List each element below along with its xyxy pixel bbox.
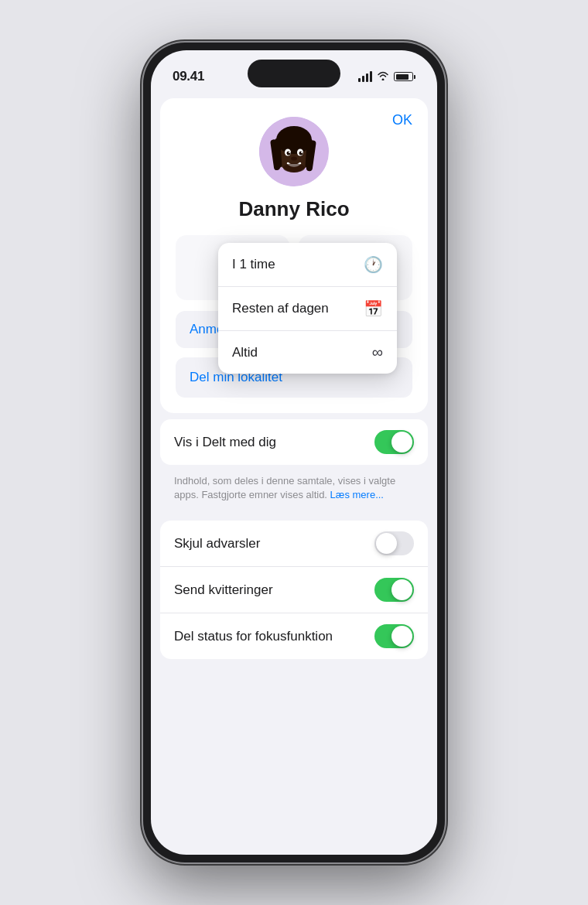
duration-dropdown: I 1 time 🕐 Resten af dagen 📅 Altid ∞ [218,243,397,374]
hide-alerts-row: Skjul advarsler [160,521,428,567]
dropdown-icon-clock: 🕐 [364,255,383,274]
action-row: ring I 1 time 🕐 Resten af dagen 📅 [176,235,412,300]
toggle-knob-4 [391,626,412,647]
dropdown-item-1hour[interactable]: I 1 time 🕐 [218,243,397,287]
signal-icon [358,71,372,82]
status-icons [358,70,415,83]
phone-frame: 09.41 [143,43,445,862]
send-receipts-toggle[interactable] [374,578,414,602]
shared-with-you-row: Vis i Delt med dig [160,419,428,465]
dropdown-label-1hour: I 1 time [232,257,275,272]
svg-point-12 [301,152,303,153]
svg-point-13 [291,157,297,161]
svg-point-9 [287,152,291,155]
description-text: Indhold, som deles i denne samtale, vise… [160,468,428,513]
send-receipts-label: Send kvitteringer [174,582,273,598]
hide-alerts-label: Skjul advarsler [174,536,261,552]
share-focus-label: Del status for fokusfunktion [174,629,333,644]
contact-name: Danny Rico [176,197,412,221]
dropdown-label-today: Resten af dagen [232,301,329,316]
dropdown-item-today[interactable]: Resten af dagen 📅 [218,287,397,331]
screen: 09.41 [151,50,437,855]
share-focus-toggle[interactable] [374,624,414,648]
wifi-icon [377,70,389,83]
share-focus-row: Del status for fokusfunktion [160,613,428,659]
avatar [259,117,329,186]
learn-more-link[interactable]: Læs mere... [330,489,384,500]
send-receipts-row: Send kvitteringer [160,567,428,613]
dropdown-icon-calendar: 📅 [364,299,383,318]
shared-with-you-toggle[interactable] [374,430,414,454]
main-content: OK [151,92,437,855]
svg-point-14 [283,163,305,172]
status-time: 09.41 [173,69,204,84]
toggle-knob-3 [391,579,412,600]
toggle-knob-2 [376,533,397,554]
dropdown-icon-infinity: ∞ [372,343,383,361]
svg-point-11 [289,152,290,153]
svg-point-10 [299,152,303,155]
hide-alerts-toggle[interactable] [374,531,414,555]
toggle-knob [391,432,412,452]
shared-with-you-card: Vis i Delt med dig [160,419,428,465]
dropdown-item-always[interactable]: Altid ∞ [218,331,397,374]
avatar-container [176,117,412,186]
battery-icon [394,72,415,81]
ok-button[interactable]: OK [392,112,412,128]
dropdown-label-always: Altid [232,345,258,360]
dynamic-island [248,60,340,87]
avatar-image [259,117,329,186]
shared-with-you-label: Vis i Delt med dig [174,435,276,450]
contact-card: OK [160,98,428,413]
settings-card: Skjul advarsler Send kvitteringer Del st… [160,521,428,659]
